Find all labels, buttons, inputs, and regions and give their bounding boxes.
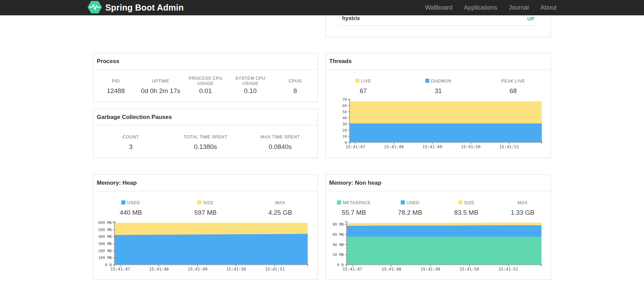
y-tick-label: 80 MB [333,222,344,227]
nav-item-applications[interactable]: Applications [464,4,497,11]
x-tick-label: 15:41:47 [342,267,362,272]
metric-value: 1.33 GB [494,208,551,217]
threads-legend: LIVE67DAEMON31PEAK LIVE68 [326,78,551,95]
brand[interactable]: Spring Boot Admin [88,0,184,15]
metric-label: UPTIME [138,78,183,84]
metric-value: 55.7 MB [326,208,382,217]
y-tick-label: 400 MB [98,234,112,239]
metric-label-text: MAX [275,200,285,205]
heap-metric-size: SIZE597 MB [168,199,243,217]
y-tick-label: 10 [342,134,347,139]
memory-heap-card-title: Memory: Heap [93,175,318,191]
dashboard-page: hystrix UP Process PID12488UPTIME0d 0h 2… [0,0,644,304]
process-metric-process-cpu-usage: PROCESS CPU USAGE0.01 [183,78,228,95]
metric-label-text: COUNT [123,134,139,139]
threads-plot: 01020304050607015:41:4715:41:4815:41:491… [334,97,545,151]
y-tick-label: 50 [342,110,347,114]
metric-label: SYSTEM CPU USAGE [228,78,273,84]
x-tick-label: 15:41:48 [382,267,401,272]
nav-item-about[interactable]: About [540,4,556,11]
threads-card: Threads LIVE67DAEMON31PEAK LIVE68 010203… [325,53,551,158]
metric-label-text: USED [127,200,140,205]
y-tick-label: 100 MB [98,256,112,260]
metric-label: SIZE [438,199,494,206]
process-metrics: PID12488UPTIME0d 0h 2m 17sPROCESS CPU US… [93,78,318,95]
y-tick-label: 300 MB [98,242,112,246]
metric-label: MAX TIME SPENT [243,134,318,140]
x-tick-label: 15:41:50 [459,267,479,272]
metric-value: 4.25 GB [243,208,318,217]
application-name[interactable]: hystrix [342,15,360,21]
metric-label: MAX [243,199,318,206]
metric-label: PID [93,78,138,84]
metric-label: PEAK LIVE [476,78,551,84]
x-tick-label: 15:41:49 [188,267,208,272]
nonheap-plot: 0 B20 MB40 MB60 MB80 MB15:41:4715:41:481… [331,220,544,273]
navbar-menu: WallboardApplicationsJournalAbout [425,4,556,11]
metric-label-text: USED [407,200,419,205]
metric-label-text: TOTAL TIME SPENT [184,134,227,139]
y-tick-label: 20 [342,128,347,133]
metric-label: USED [93,199,168,206]
app-title: Spring Boot Admin [105,3,184,13]
metric-label: CPUS [273,78,318,84]
y-tick-label: 20 MB [333,253,344,257]
metric-value: 78.2 MB [382,208,438,217]
gc-card-title: Garbage Collection Pauses [93,109,318,125]
nonheap-metric-used: USED78.2 MB [382,199,438,217]
x-tick-label: 15:41:47 [346,145,365,149]
metric-label-text: SIZE [203,200,214,205]
x-tick-label: 15:41:50 [461,145,480,149]
nav-item-journal[interactable]: Journal [509,4,529,11]
threads-card-title: Threads [326,53,551,70]
memory-nonheap-chart: 0 B20 MB40 MB60 MB80 MB15:41:4715:41:481… [326,220,551,274]
metric-label: SIZE [168,199,243,206]
metric-label: USED [382,199,438,206]
gc-metric-total-time-spent: TOTAL TIME SPENT0.1380s [168,134,243,151]
legend-swatch-icon [458,200,462,204]
nav-item-wallboard[interactable]: Wallboard [425,4,452,11]
metric-label-text: UPTIME [152,78,170,83]
metric-label-text: SYSTEM CPU USAGE [228,76,273,86]
metric-value: 0.0840s [243,142,318,151]
y-tick-label: 500 MB [98,228,112,232]
metric-label-text: PROCESS CPU USAGE [183,76,228,86]
y-tick-label: 30 [342,122,347,126]
metric-label: COUNT [93,134,168,140]
x-tick-label: 15:41:51 [499,145,519,149]
x-tick-label: 15:41:48 [149,267,169,272]
y-tick-label: 60 MB [333,232,344,237]
process-metric-uptime: UPTIME0d 0h 2m 17s [138,78,183,95]
x-tick-label: 15:41:48 [384,145,404,149]
x-tick-label: 15:41:51 [265,267,285,272]
memory-heap-card: Memory: Heap USED440 MBSIZE597 MBMAX4.25… [93,174,318,280]
process-metric-cpus: CPUS8 [273,78,318,95]
gc-metric-max-time-spent: MAX TIME SPENT0.0840s [243,134,318,151]
memory-nonheap-legend: METASPACE55.7 MBUSED78.2 MBSIZE83.5 MBMA… [326,199,551,217]
metric-label-text: MAX [518,200,527,205]
metric-label: DAEMON [401,78,476,84]
metric-value: 3 [93,142,168,151]
gc-metrics: COUNT3TOTAL TIME SPENT0.1380sMAX TIME SP… [93,134,318,151]
area-series-metaspace [347,237,541,264]
gc-pauses-card: Garbage Collection Pauses COUNT3TOTAL TI… [93,109,318,158]
metric-label: MAX [494,199,551,206]
threads-metric-daemon: DAEMON31 [401,78,476,95]
metric-value: 0.1380s [168,142,243,151]
memory-heap-legend: USED440 MBSIZE597 MBMAX4.25 GB [93,199,318,217]
metric-value: 440 MB [93,208,168,217]
metric-value: 68 [476,87,551,95]
legend-swatch-icon [121,200,125,204]
metric-label-text: PID [112,78,120,83]
process-metric-system-cpu-usage: SYSTEM CPU USAGE0.10 [228,78,273,95]
legend-swatch-icon [337,200,341,204]
metric-label-text: DAEMON [431,78,451,83]
area-series-used [115,234,308,264]
y-tick-label: 70 [342,97,347,102]
memory-heap-chart: 0 B100 MB200 MB300 MB400 MB500 MB600 MB1… [93,220,318,274]
memory-nonheap-card-title: Memory: Non heap [326,175,551,191]
application-status-badge: UP [527,16,534,21]
y-tick-label: 200 MB [98,249,112,253]
metric-value: 0d 0h 2m 17s [138,87,183,95]
y-tick-label: 40 MB [333,243,344,247]
